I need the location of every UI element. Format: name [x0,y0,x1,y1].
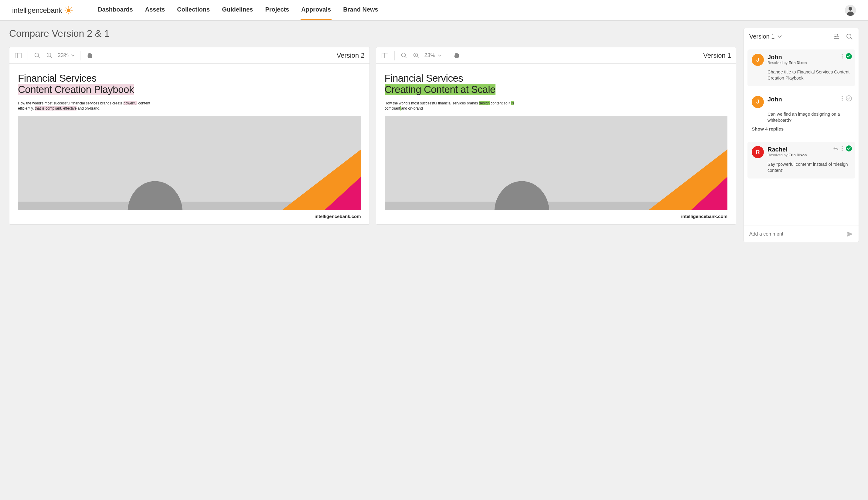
doc-title-line1: Financial Services [18,72,96,84]
zoom-out-icon[interactable] [33,52,41,59]
svg-line-28 [405,56,407,58]
nav-projects[interactable]: Projects [264,0,290,20]
svg-point-51 [842,100,843,101]
version-selector[interactable]: Version 1 [749,33,782,40]
version-selector-label: Version 1 [749,33,775,40]
comment-text: Change title to Financial Services Conte… [767,69,851,81]
zoom-percent: 23% [58,52,69,59]
nav-collections[interactable]: Collections [176,0,210,20]
chevron-down-icon [438,54,442,57]
hand-icon[interactable] [453,52,460,59]
compare-area: Compare Version 2 & 1 23% [9,28,736,225]
svg-line-31 [417,56,419,58]
doc-title-line1: Financial Services [385,72,463,84]
comment-item[interactable]: J John Resolved by Erin Dixon Change tit… [747,49,855,86]
resolved-check-icon[interactable] [846,145,852,151]
svg-point-10 [848,7,852,11]
comments-list: J John Resolved by Erin Dixon Change tit… [744,45,859,226]
doc-hero-image [385,116,728,210]
comment-meta: John [767,96,782,103]
resolved-by: Resolved by Erin Dixon [767,153,807,157]
layout-columns-icon[interactable] [381,52,389,59]
commenter-avatar: R [752,146,764,158]
doc-title-line2: Content Creation Playbook [18,84,134,95]
panel-version-label: Version 1 [703,52,731,59]
comments-sidebar: Version 1 J John Resolved by Erin Dixon [743,28,859,242]
zoom-out-icon[interactable] [400,52,408,59]
comment-header: J John [752,96,851,108]
main-nav: Dashboards Assets Collections Guidelines… [97,0,845,20]
send-icon[interactable] [846,231,853,237]
svg-point-52 [842,146,843,147]
svg-rect-41 [837,34,838,35]
doc-subtitle: How the world's most successful financia… [18,101,151,111]
sun-icon [64,6,73,14]
doc-footer: intelligencebank.com [385,210,728,219]
resolved-by: Resolved by Erin Dixon [767,61,807,65]
svg-line-7 [70,7,72,9]
commenter-name: John [767,54,807,61]
brand-logo[interactable]: intelligencebank [12,6,73,14]
zoom-in-icon[interactable] [46,52,54,59]
brand-name: intelligencebank [12,6,62,14]
svg-point-54 [842,150,843,150]
svg-point-0 [67,8,70,12]
zoom-level-dropdown[interactable]: 23% [424,52,442,59]
comment-actions [842,53,852,59]
document-preview-v1[interactable]: Financial Services Creating Content at S… [376,64,736,224]
comment-input[interactable] [749,231,846,237]
nav-approvals[interactable]: Approvals [300,0,332,20]
page-title: Compare Version 2 & 1 [9,28,736,39]
unresolved-check-icon[interactable] [846,95,852,101]
layout-columns-icon[interactable] [14,52,22,59]
more-vertical-icon[interactable] [842,96,843,101]
toolbar-separator [27,51,28,60]
comment-item[interactable]: J John Can we find an image designing on… [747,92,855,137]
comment-actions [833,145,852,151]
commenter-name: Rachel [767,146,807,153]
doc-subtitle: How the world's most successful financia… [385,101,518,111]
svg-rect-43 [838,38,838,39]
panel-version-2: 23% Version 2 Financial Services Content… [9,47,370,225]
svg-rect-12 [15,53,21,58]
pink-triangle [324,177,361,210]
hand-icon[interactable] [86,52,94,59]
svg-line-45 [851,38,853,39]
comment-header: J John Resolved by Erin Dixon [752,54,851,66]
svg-point-53 [842,148,843,149]
commenter-avatar: J [752,54,764,66]
nav-guidelines[interactable]: Guidelines [221,0,253,20]
zoom-level-dropdown[interactable]: 23% [58,52,75,59]
doc-hero-image [18,116,361,210]
more-vertical-icon[interactable] [842,146,843,151]
search-icon[interactable] [846,33,853,41]
reply-icon[interactable] [833,146,838,150]
zoom-percent: 23% [424,52,435,59]
svg-point-46 [842,54,843,55]
user-avatar[interactable] [845,5,856,16]
more-vertical-icon[interactable] [842,54,843,59]
panel-toolbar-left: 23% Version 2 [9,47,369,64]
resolved-check-icon[interactable] [846,53,852,59]
document-preview-v2[interactable]: Financial Services Content Creation Play… [9,64,369,224]
comment-meta: Rachel Resolved by Erin Dixon [767,146,807,157]
toolbar-separator [80,51,80,60]
show-replies-link[interactable]: Show 4 replies [752,126,851,132]
comment-text: Say "powerful content" instead of "desig… [767,161,851,174]
svg-line-18 [50,56,52,58]
sliders-icon[interactable] [833,33,841,41]
nav-dashboards[interactable]: Dashboards [97,0,134,20]
doc-title: Financial Services Content Creation Play… [18,73,361,95]
svg-point-49 [842,96,843,97]
doc-title-line2: Creating Content at Scale [385,84,495,95]
comment-item[interactable]: R Rachel Resolved by Erin Dixon Say "pow… [747,142,855,179]
svg-line-5 [66,7,67,9]
sidebar-header-actions [833,33,853,41]
nav-brand-news[interactable]: Brand News [342,0,379,20]
panel-version-label: Version 2 [337,52,365,59]
panel-version-1: 23% Version 1 Financial Services Creatin… [376,47,736,225]
workspace: Compare Version 2 & 1 23% [0,21,868,251]
nav-assets[interactable]: Assets [145,0,166,20]
zoom-in-icon[interactable] [412,52,420,59]
compare-panels: 23% Version 2 Financial Services Content… [9,47,736,225]
